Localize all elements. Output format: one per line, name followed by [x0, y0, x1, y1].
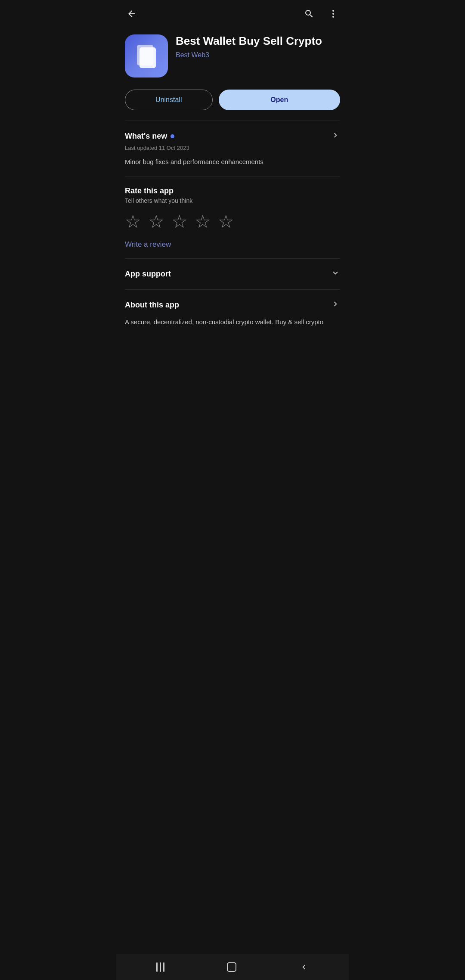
top-bar-icons — [302, 7, 340, 21]
whats-new-title: What's new — [125, 132, 167, 141]
more-options-button[interactable] — [326, 7, 340, 21]
search-button[interactable] — [302, 7, 316, 21]
app-support-title: App support — [125, 270, 171, 279]
home-button[interactable] — [227, 962, 236, 972]
rate-app-title: Rate this app — [125, 186, 340, 195]
star-4[interactable]: ☆ — [195, 213, 211, 231]
about-header: About this app — [125, 299, 340, 311]
uninstall-button[interactable]: Uninstall — [125, 90, 213, 110]
about-app-section: About this app A secure, decentralized, … — [116, 290, 349, 337]
app-support-section[interactable]: App support — [116, 259, 349, 289]
star-3[interactable]: ☆ — [171, 213, 188, 231]
app-title: Best Wallet Buy Sell Crypto — [176, 34, 340, 48]
rate-app-subtitle: Tell others what you think — [125, 197, 340, 204]
whats-new-body: Minor bug fixes and performance enhancem… — [125, 157, 340, 167]
star-1[interactable]: ☆ — [125, 213, 141, 231]
svg-rect-4 — [140, 47, 156, 68]
about-app-body: A secure, decentralized, non-custodial c… — [125, 317, 340, 327]
app-icon — [125, 34, 168, 78]
whats-new-header: What's new — [125, 130, 340, 142]
open-button[interactable]: Open — [219, 90, 340, 110]
svg-point-0 — [332, 10, 334, 12]
star-5[interactable]: ☆ — [218, 213, 234, 231]
app-icon-svg — [131, 40, 162, 71]
back-button[interactable] — [125, 7, 139, 21]
svg-point-1 — [332, 13, 334, 15]
app-info: Best Wallet Buy Sell Crypto Best Web3 — [176, 34, 340, 59]
whats-new-section: What's new Last updated 11 Oct 2023 Mino… — [116, 121, 349, 177]
back-nav-icon — [299, 962, 309, 972]
recent-apps-icon — [156, 962, 164, 972]
svg-point-2 — [332, 16, 334, 18]
back-nav-button[interactable] — [299, 962, 309, 972]
write-review-link[interactable]: Write a review — [125, 240, 171, 248]
home-icon — [227, 962, 236, 972]
action-buttons: Uninstall Open — [116, 86, 349, 121]
about-arrow-icon[interactable] — [331, 299, 340, 311]
last-updated-text: Last updated 11 Oct 2023 — [125, 145, 340, 151]
bottom-nav — [116, 954, 349, 980]
about-app-title: About this app — [125, 301, 179, 310]
new-indicator-dot — [170, 134, 174, 138]
recent-apps-button[interactable] — [156, 962, 164, 972]
app-header: Best Wallet Buy Sell Crypto Best Web3 — [116, 28, 349, 86]
bottom-spacer — [116, 337, 349, 367]
top-bar — [116, 0, 349, 28]
stars-row: ☆ ☆ ☆ ☆ ☆ — [125, 213, 340, 231]
app-developer[interactable]: Best Web3 — [176, 51, 340, 59]
section-title-row: What's new — [125, 132, 174, 141]
rate-app-section: Rate this app Tell others what you think… — [116, 177, 349, 258]
whats-new-arrow-icon[interactable] — [331, 130, 340, 142]
star-2[interactable]: ☆ — [148, 213, 164, 231]
chevron-down-icon — [331, 268, 340, 280]
